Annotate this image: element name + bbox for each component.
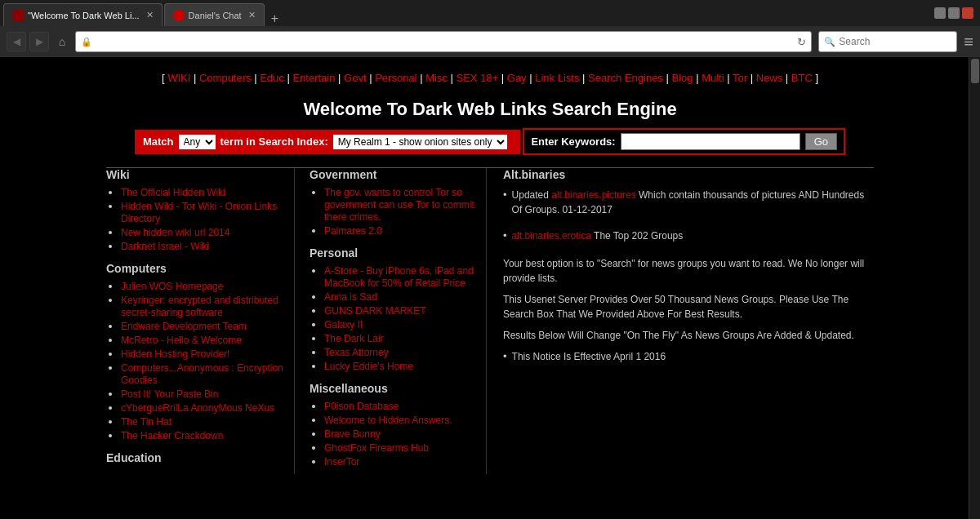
comp-link2-7[interactable]: Post It! Your Paste Bin (121, 388, 218, 400)
misc-link-3[interactable]: Brave Bunny (324, 428, 381, 440)
comp-link2-3[interactable]: Endware Development Team (121, 321, 247, 332)
bullet-dot-2: • (503, 229, 507, 242)
misc-link-2[interactable]: Welcome to Hidden Answers. (324, 415, 452, 426)
lock-icon: 🔒 (81, 37, 92, 47)
altbinaries-heading: Alt.binaries (503, 168, 874, 181)
scrollbar[interactable] (969, 57, 980, 482)
browser-search-input[interactable] (839, 36, 951, 47)
comp-link2-1[interactable]: Julien WOS Homepage (121, 281, 223, 292)
comp-link2-8[interactable]: cYbergueRrilLa AnonyMous NeXus (121, 402, 274, 414)
comp-link2-4[interactable]: McRetro - Hello & Welcome (121, 335, 242, 346)
list-item: Brave Bunny (324, 428, 486, 440)
nav-blog[interactable]: Blog (672, 72, 693, 84)
comp-link2-9[interactable]: The Tin Hat (121, 416, 172, 428)
list-item: Palmares 2.0 (324, 224, 486, 237)
window-close-button[interactable] (962, 7, 973, 19)
list-item: GhostFox Firearms Hub (324, 441, 486, 454)
address-bar[interactable]: 🔒 jdpskjmgy6kk4urv.onion/links.html ↻ (75, 31, 812, 52)
comp-link2-10[interactable]: The Hacker Crackdown (121, 430, 223, 441)
altbinaries-item-1: • Updated alt.binaries.pictures Which co… (503, 188, 874, 224)
new-tab-button[interactable]: + (271, 11, 278, 26)
nav-tor[interactable]: Tor (733, 72, 747, 84)
computers-list2: Julien WOS Homepage Keyringer: encrypted… (106, 280, 294, 441)
col-altbinaries: Alt.binaries • Updated alt.binaries.pict… (486, 168, 874, 474)
misc-link-5[interactable]: InserTor (324, 456, 359, 468)
nav-educ[interactable]: Educ (260, 72, 284, 84)
gov-link-2[interactable]: Palmares 2.0 (324, 225, 382, 237)
nav-personal[interactable]: Personal (375, 72, 416, 84)
personal-list: A-Store - Buy iPhone 6s, iPad and MacBoo… (310, 264, 486, 372)
tab-close-danielschat[interactable]: ✕ (248, 10, 256, 20)
menu-icon[interactable]: ≡ (964, 33, 973, 51)
nav-computers[interactable]: Computers (199, 72, 252, 84)
page-content: [ WIKI | Computers | Educ | Entertain | … (90, 57, 890, 482)
realm-select[interactable]: My Realm 1 - show onion sites only My Re… (333, 135, 507, 149)
altbinaries-text-1: Updated alt.binaries.pictures Which cont… (512, 188, 874, 217)
scrollbar-thumb[interactable] (971, 59, 979, 83)
nav-bracket-close: ] (815, 72, 818, 84)
nav-btc[interactable]: BTC (791, 72, 813, 84)
tab-danielschat[interactable]: Daniel's Chat ✕ (164, 3, 265, 26)
list-item: Darknet Israel - Wiki (121, 240, 294, 252)
list-item: McRetro - Hello & Welcome (121, 334, 294, 346)
nav-sex[interactable]: SEX 18+ (456, 72, 498, 84)
list-item: Hidden Hosting Provider! (121, 348, 294, 360)
browser-search-bar[interactable]: 🔍 (818, 31, 957, 52)
nav-searchengines[interactable]: Search Engines (588, 72, 663, 84)
personal-link-1[interactable]: A-Store - Buy iPhone 6s, iPad and MacBoo… (324, 265, 474, 289)
keyword-row: Enter Keywords: Go (523, 128, 845, 155)
nav-gay[interactable]: Gay (507, 72, 527, 84)
updated-label: Updated (512, 189, 549, 201)
comp-link2-6[interactable]: Computers...Anonymous : Encryption Goodi… (121, 362, 283, 386)
personal-link-5[interactable]: The Dark Lair (324, 333, 384, 344)
nav-misc[interactable]: Misc (425, 72, 448, 84)
refresh-icon[interactable]: ↻ (797, 36, 806, 48)
gov-link-1[interactable]: The gov. wants to control Tor so governm… (324, 187, 474, 223)
keyword-input[interactable] (621, 133, 800, 150)
tab-darkweb[interactable]: "Welcome To Dark Web Li... ✕ (3, 3, 163, 26)
forward-button[interactable]: ▶ (29, 32, 49, 51)
window-minimize-button[interactable] (934, 7, 946, 19)
nav-linklists[interactable]: Link Lists (535, 72, 579, 84)
nav-sep-11: | (666, 72, 668, 84)
wiki-link2-1[interactable]: The Official Hidden Wiki (121, 187, 225, 198)
home-button[interactable]: ⌂ (52, 32, 72, 51)
personal-link-2[interactable]: Anna is Sad (324, 291, 377, 303)
nav-entertain[interactable]: Entertain (292, 72, 335, 84)
personal-link-7[interactable]: Lucky Eddie's Home (324, 361, 413, 372)
wiki-heading2: Wiki (106, 168, 294, 181)
nav-wiki[interactable]: WIKI (167, 72, 190, 84)
altbinaries-notice: • This Notice Is Effective April 1 2016 (503, 349, 874, 370)
altbinaries-notice-text: This Notice Is Effective April 1 2016 (512, 349, 666, 364)
nav-multi[interactable]: Multi (702, 72, 724, 84)
misc-link-1[interactable]: P0ison Database (324, 401, 399, 412)
list-item: Lucky Eddie's Home (324, 360, 486, 372)
wiki-link2-4[interactable]: Darknet Israel - Wiki (121, 241, 209, 252)
browser-chrome: "Welcome To Dark Web Li... ✕ Daniel's Ch… (0, 0, 980, 57)
tab-label-danielschat: Daniel's Chat (189, 11, 242, 20)
altbinaries-text-2: alt.binaries.erotica The Top 202 Groups (512, 228, 684, 243)
list-item: New hidden wiki url 2014 (121, 226, 294, 238)
nav-news[interactable]: News (756, 72, 783, 84)
comp-link2-2[interactable]: Keyringer: encrypted and distributed sec… (121, 295, 278, 318)
address-input[interactable]: jdpskjmgy6kk4urv.onion/links.html (96, 36, 797, 47)
personal-link-4[interactable]: Galaxy II (324, 319, 363, 330)
window-maximize-button[interactable] (948, 7, 960, 19)
personal-link-6[interactable]: Texas Attorney (324, 347, 389, 358)
personal-link-3[interactable]: GUNS DARK MARKET (324, 305, 426, 317)
wiki-link2-2[interactable]: Hidden Wiki - Tor Wiki - Onion Links Dir… (121, 201, 277, 224)
keyword-label: Enter Keywords: (531, 135, 615, 148)
misc-link-4[interactable]: GhostFox Firearms Hub (324, 442, 429, 454)
back-button[interactable]: ◀ (7, 32, 26, 51)
list-item: GUNS DARK MARKET (324, 304, 486, 317)
nav-govt[interactable]: Govt (344, 72, 366, 84)
altbinaries-text2-rest: The Top 202 Groups (594, 230, 683, 242)
page-title: Welcome To Dark Web Links Search Engine (106, 89, 874, 128)
altbinaries-erotica-link[interactable]: alt.binaries.erotica (512, 230, 591, 242)
comp-link2-5[interactable]: Hidden Hosting Provider! (121, 348, 229, 360)
go-button[interactable]: Go (805, 133, 837, 150)
wiki-link2-3[interactable]: New hidden wiki url 2014 (121, 227, 229, 238)
altbinaries-pictures-link[interactable]: alt.binaries.pictures (551, 189, 635, 201)
tab-close-darkweb[interactable]: ✕ (146, 10, 154, 20)
match-select[interactable]: Any All (179, 135, 216, 149)
